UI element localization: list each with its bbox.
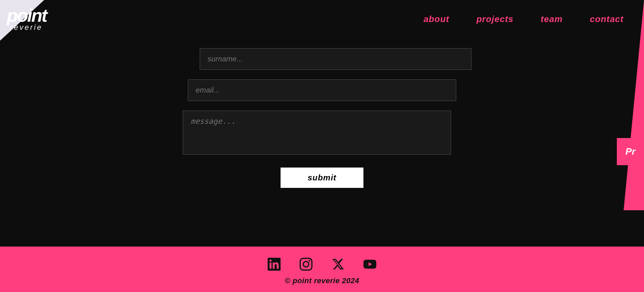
x-twitter-icon[interactable] — [330, 257, 345, 272]
header: point reverie about projects team contac… — [0, 0, 644, 38]
footer: © point reverie 2024 — [0, 247, 644, 292]
pr-logo-text: Pr — [625, 146, 636, 157]
page-wrapper: point reverie about projects team contac… — [0, 0, 644, 292]
nav-projects[interactable]: projects — [477, 14, 514, 24]
linkedin-icon[interactable] — [267, 257, 282, 272]
logo-point-text: point — [7, 5, 47, 25]
message-input[interactable] — [183, 111, 451, 155]
copyright-text: © point reverie 2024 — [285, 276, 359, 285]
pr-corner-logo: Pr — [617, 138, 644, 165]
instagram-icon[interactable] — [299, 257, 314, 272]
nav-about[interactable]: about — [424, 14, 449, 24]
logo-main: point — [7, 6, 47, 24]
submit-button[interactable]: submit — [281, 168, 364, 188]
youtube-icon[interactable] — [362, 257, 377, 272]
social-icons-container — [267, 257, 377, 272]
email-input[interactable] — [188, 79, 456, 101]
logo-container: point reverie — [7, 6, 47, 32]
contact-form-section: submit — [0, 38, 644, 208]
nav-contact[interactable]: contact — [590, 14, 624, 24]
logo-reverie-text: reverie — [10, 23, 42, 32]
nav-team[interactable]: team — [541, 14, 563, 24]
form-container: submit — [0, 48, 644, 188]
main-nav: about projects team contact — [424, 14, 624, 24]
surname-input[interactable] — [200, 48, 471, 70]
main-area: point reverie about projects team contac… — [0, 0, 644, 247]
